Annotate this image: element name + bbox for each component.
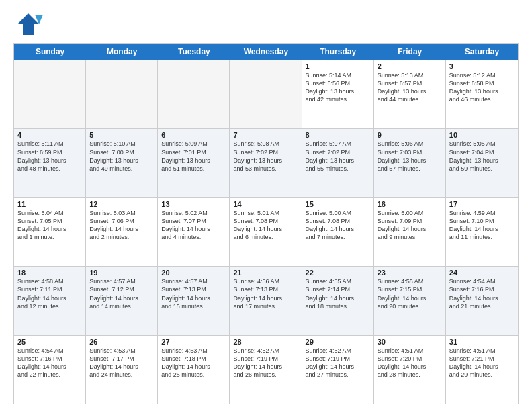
calendar-row: 18Sunrise: 4:58 AM Sunset: 7:11 PM Dayli… [14,266,518,334]
day-cell: 9Sunrise: 5:06 AM Sunset: 7:03 PM Daylig… [374,129,446,197]
calendar-row: 1Sunrise: 5:14 AM Sunset: 6:56 PM Daylig… [14,60,518,128]
day-cell: 16Sunrise: 5:00 AM Sunset: 7:09 PM Dayli… [374,198,446,266]
day-info: Sunrise: 5:06 AM Sunset: 7:03 PM Dayligh… [378,140,442,173]
day-info: Sunrise: 4:53 AM Sunset: 7:18 PM Dayligh… [161,347,226,379]
day-info: Sunrise: 4:51 AM Sunset: 7:20 PM Dayligh… [378,347,442,379]
day-info: Sunrise: 5:02 AM Sunset: 7:07 PM Dayligh… [161,209,226,242]
day-cell: 24Sunrise: 4:54 AM Sunset: 7:16 PM Dayli… [446,267,518,334]
day-info: Sunrise: 5:14 AM Sunset: 6:56 PM Dayligh… [306,71,370,104]
logo-icon [13,12,43,36]
day-number: 22 [306,269,370,277]
day-info: Sunrise: 4:51 AM Sunset: 7:21 PM Dayligh… [449,347,515,379]
day-cell: 27Sunrise: 4:53 AM Sunset: 7:18 PM Dayli… [158,336,230,404]
day-number: 16 [378,200,442,208]
day-number: 21 [233,269,298,277]
day-info: Sunrise: 5:00 AM Sunset: 7:09 PM Dayligh… [378,209,442,242]
day-number: 19 [89,269,154,277]
day-number: 17 [449,200,515,208]
day-number: 3 [449,62,515,71]
calendar-row: 11Sunrise: 5:04 AM Sunset: 7:05 PM Dayli… [14,197,518,266]
day-number: 30 [378,338,442,346]
day-info: Sunrise: 5:13 AM Sunset: 6:57 PM Dayligh… [378,71,442,104]
day-cell: 26Sunrise: 4:53 AM Sunset: 7:17 PM Dayli… [86,336,158,404]
day-number: 15 [306,200,370,208]
day-number: 23 [378,269,442,277]
day-info: Sunrise: 5:04 AM Sunset: 7:05 PM Dayligh… [17,209,82,242]
day-number: 7 [233,131,298,139]
day-info: Sunrise: 5:10 AM Sunset: 7:00 PM Dayligh… [89,140,154,173]
day-info: Sunrise: 5:09 AM Sunset: 7:01 PM Dayligh… [161,140,226,173]
day-info: Sunrise: 5:11 AM Sunset: 6:59 PM Dayligh… [17,140,82,173]
day-number: 31 [449,338,515,346]
calendar: SundayMondayTuesdayWednesdayThursdayFrid… [13,43,519,404]
day-cell: 20Sunrise: 4:57 AM Sunset: 7:13 PM Dayli… [158,267,230,334]
empty-cell [14,60,86,128]
day-info: Sunrise: 5:01 AM Sunset: 7:08 PM Dayligh… [233,209,298,242]
day-info: Sunrise: 5:03 AM Sunset: 7:06 PM Dayligh… [89,209,154,242]
day-number: 10 [449,131,515,139]
day-number: 25 [17,338,82,346]
day-cell: 7Sunrise: 5:08 AM Sunset: 7:02 PM Daylig… [230,129,302,197]
day-cell: 5Sunrise: 5:10 AM Sunset: 7:00 PM Daylig… [86,129,158,197]
calendar-row: 4Sunrise: 5:11 AM Sunset: 6:59 PM Daylig… [14,128,518,197]
day-cell: 4Sunrise: 5:11 AM Sunset: 6:59 PM Daylig… [14,129,86,197]
day-cell: 12Sunrise: 5:03 AM Sunset: 7:06 PM Dayli… [86,198,158,266]
calendar-row: 25Sunrise: 4:54 AM Sunset: 7:16 PM Dayli… [14,335,518,404]
weekday-header: Thursday [302,44,374,60]
day-info: Sunrise: 4:57 AM Sunset: 7:12 PM Dayligh… [89,277,154,310]
day-info: Sunrise: 4:57 AM Sunset: 7:13 PM Dayligh… [161,277,226,310]
day-info: Sunrise: 4:55 AM Sunset: 7:14 PM Dayligh… [306,277,370,310]
day-number: 29 [306,338,370,346]
day-number: 8 [306,131,370,139]
day-number: 28 [233,338,298,346]
header [13,12,519,36]
day-cell: 19Sunrise: 4:57 AM Sunset: 7:12 PM Dayli… [86,267,158,334]
day-cell: 23Sunrise: 4:55 AM Sunset: 7:15 PM Dayli… [374,267,446,334]
day-cell: 25Sunrise: 4:54 AM Sunset: 7:16 PM Dayli… [14,336,86,404]
day-number: 1 [306,62,370,71]
day-cell: 22Sunrise: 4:55 AM Sunset: 7:14 PM Dayli… [302,267,374,334]
weekday-header: Saturday [446,44,518,60]
logo [13,12,46,36]
calendar-body: 1Sunrise: 5:14 AM Sunset: 6:56 PM Daylig… [14,60,518,404]
day-number: 6 [161,131,226,139]
day-number: 5 [89,131,154,139]
day-number: 20 [161,269,226,277]
day-cell: 6Sunrise: 5:09 AM Sunset: 7:01 PM Daylig… [158,129,230,197]
day-info: Sunrise: 4:58 AM Sunset: 7:11 PM Dayligh… [17,277,82,310]
day-cell: 30Sunrise: 4:51 AM Sunset: 7:20 PM Dayli… [374,336,446,404]
day-number: 14 [233,200,298,208]
day-number: 11 [17,200,82,208]
day-cell: 18Sunrise: 4:58 AM Sunset: 7:11 PM Dayli… [14,267,86,334]
day-cell: 14Sunrise: 5:01 AM Sunset: 7:08 PM Dayli… [230,198,302,266]
day-cell: 31Sunrise: 4:51 AM Sunset: 7:21 PM Dayli… [446,336,518,404]
weekday-header: Monday [86,44,158,60]
day-cell: 10Sunrise: 5:05 AM Sunset: 7:04 PM Dayli… [446,129,518,197]
day-cell: 1Sunrise: 5:14 AM Sunset: 6:56 PM Daylig… [302,60,374,128]
page: SundayMondayTuesdayWednesdayThursdayFrid… [0,0,532,411]
day-info: Sunrise: 4:59 AM Sunset: 7:10 PM Dayligh… [449,209,515,242]
day-cell: 17Sunrise: 4:59 AM Sunset: 7:10 PM Dayli… [446,198,518,266]
day-info: Sunrise: 4:53 AM Sunset: 7:17 PM Dayligh… [89,347,154,379]
day-cell: 11Sunrise: 5:04 AM Sunset: 7:05 PM Dayli… [14,198,86,266]
day-info: Sunrise: 4:52 AM Sunset: 7:19 PM Dayligh… [306,347,370,379]
day-info: Sunrise: 4:52 AM Sunset: 7:19 PM Dayligh… [233,347,298,379]
day-info: Sunrise: 4:54 AM Sunset: 7:16 PM Dayligh… [17,347,82,379]
day-number: 9 [378,131,442,139]
day-number: 2 [378,62,442,71]
day-info: Sunrise: 5:12 AM Sunset: 6:58 PM Dayligh… [449,71,515,104]
day-info: Sunrise: 5:07 AM Sunset: 7:02 PM Dayligh… [306,140,370,173]
day-number: 26 [89,338,154,346]
day-info: Sunrise: 4:54 AM Sunset: 7:16 PM Dayligh… [449,277,515,310]
calendar-header: SundayMondayTuesdayWednesdayThursdayFrid… [14,44,518,60]
day-info: Sunrise: 4:56 AM Sunset: 7:13 PM Dayligh… [233,277,298,310]
day-info: Sunrise: 4:55 AM Sunset: 7:15 PM Dayligh… [378,277,442,310]
day-number: 24 [449,269,515,277]
empty-cell [230,60,302,128]
weekday-header: Tuesday [158,44,230,60]
day-number: 27 [161,338,226,346]
day-cell: 28Sunrise: 4:52 AM Sunset: 7:19 PM Dayli… [230,336,302,404]
day-cell: 13Sunrise: 5:02 AM Sunset: 7:07 PM Dayli… [158,198,230,266]
day-cell: 21Sunrise: 4:56 AM Sunset: 7:13 PM Dayli… [230,267,302,334]
empty-cell [86,60,158,128]
